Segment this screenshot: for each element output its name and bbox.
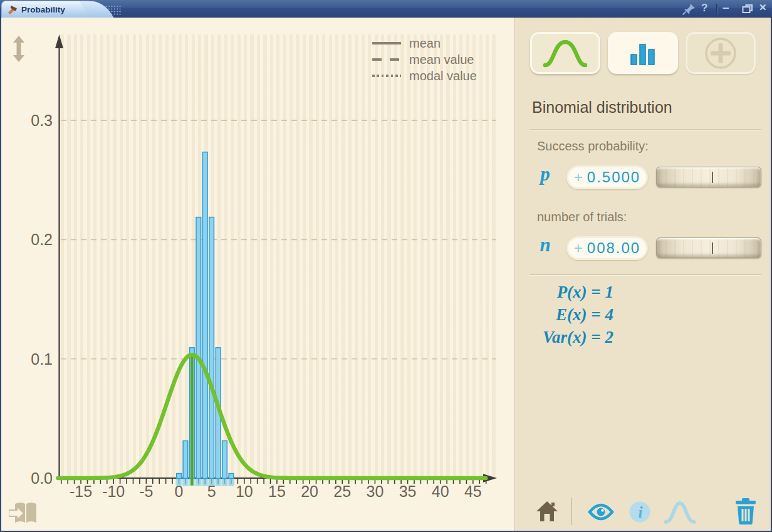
x-tick-label: -15: [70, 482, 92, 500]
n-thumbwheel[interactable]: [656, 237, 761, 258]
bar: [196, 217, 201, 479]
bar-base: [216, 479, 221, 486]
restore-button[interactable]: [742, 4, 753, 14]
bar-base: [183, 479, 188, 486]
open-book-button[interactable]: [9, 500, 40, 526]
dashed-line-icon: [372, 58, 401, 61]
probability-total: P(x) = 1: [526, 281, 613, 303]
bar-base: [177, 479, 182, 486]
dotted-line-icon: [372, 75, 401, 77]
legend-label: modal value: [409, 69, 477, 83]
p-value-field[interactable]: +0.5000: [566, 165, 648, 189]
y-tick-label: 0.0: [31, 469, 53, 487]
legend-label: mean: [409, 36, 441, 51]
eye-icon: [590, 505, 612, 519]
bell-curve-icon: [540, 39, 590, 68]
add-distribution-button[interactable]: [686, 32, 756, 74]
legend-row-mean-value: mean value: [372, 51, 477, 68]
trash-icon: [736, 498, 756, 524]
n-symbol: n: [535, 234, 556, 256]
bar: [177, 474, 182, 479]
y-tick-label: 0.1: [31, 350, 53, 368]
y-tick-label: 0.2: [31, 231, 53, 248]
plus-sign: +: [574, 239, 583, 257]
p-value: 0.5000: [587, 169, 640, 186]
legend-row-mean: mean: [372, 35, 477, 51]
hammer-icon: [7, 4, 18, 15]
book-icon: [9, 503, 36, 523]
x-tick-label: 15: [268, 482, 286, 500]
bar-chart-icon: [629, 41, 657, 65]
close-button[interactable]: ✕: [759, 2, 767, 13]
bar-base: [222, 479, 227, 486]
plus-circle-icon: [702, 36, 739, 71]
pin-button[interactable]: [682, 3, 697, 16]
separator: [529, 129, 761, 130]
distribution-curve-button[interactable]: [663, 499, 697, 525]
home-icon: [536, 501, 558, 521]
x-tick-label: -5: [139, 482, 153, 500]
info-button[interactable]: i: [628, 500, 652, 524]
legend-row-modal-value: modal value: [372, 68, 477, 84]
svg-text:i: i: [638, 503, 643, 521]
expected-value: E(x) = 4: [526, 303, 613, 326]
show-hide-button[interactable]: [587, 501, 615, 523]
success-probability-label: Success probability:: [537, 139, 649, 154]
y-tick-label: 0.3: [31, 112, 53, 129]
vertical-pan-button[interactable]: [12, 36, 26, 62]
p-thumbwheel[interactable]: [656, 167, 761, 187]
separator: [529, 274, 761, 275]
solid-line-icon: [372, 42, 401, 44]
bar: [222, 441, 227, 478]
bar-base: [229, 479, 234, 486]
x-tick-label: 20: [301, 482, 318, 500]
tab-binomial-distribution[interactable]: [608, 32, 678, 74]
wheel-marker: [712, 243, 714, 254]
normal-curve: [58, 355, 486, 478]
bar-base: [209, 479, 214, 486]
app-tab[interactable]: Probability: [1, 1, 95, 18]
titlebar[interactable]: Probability ? – ✕: [0, 0, 772, 18]
wheel-marker: [712, 172, 714, 183]
x-tick-label: 35: [399, 482, 417, 500]
up-down-arrow-icon: [13, 36, 24, 62]
n-value: 008.00: [587, 239, 640, 257]
x-tick-label: 25: [333, 482, 351, 500]
x-tick-label: 10: [236, 482, 253, 500]
titlebar-divider: [716, 4, 717, 14]
bar: [183, 441, 188, 478]
n-value-field[interactable]: +008.00: [566, 236, 648, 260]
delete-button[interactable]: [734, 498, 758, 525]
probability-app-window: -15-10-50510152025303540450.00.10.20.3 m…: [0, 0, 772, 532]
bar-base: [196, 479, 201, 486]
app-title: Probability: [21, 5, 65, 14]
restore-icon: [743, 5, 753, 13]
page-title: Binomial distribution: [532, 98, 672, 117]
pin-icon: [683, 4, 696, 15]
help-button[interactable]: ?: [701, 2, 707, 14]
info-icon: i: [630, 502, 650, 523]
x-tick-label: -10: [102, 482, 125, 500]
home-button[interactable]: [535, 499, 559, 523]
tab-normal-distribution[interactable]: [530, 32, 600, 74]
window-border-left: [0, 18, 1, 532]
x-tick-label: 40: [432, 482, 449, 500]
chart-legend: mean mean value modal value: [372, 35, 477, 84]
variance-value: Var(x) = 2: [526, 326, 613, 348]
settings-panel: Binomial distribution Success probabilit…: [514, 18, 772, 532]
number-of-trials-label: number of trials:: [537, 210, 627, 224]
plus-sign: +: [574, 169, 583, 186]
toolbar-divider: [571, 498, 572, 525]
x-tick-label: 45: [464, 482, 482, 500]
bar: [229, 474, 234, 479]
bar: [209, 217, 214, 479]
bar-base: [202, 479, 207, 486]
legend-label: mean value: [409, 53, 474, 67]
bar: [202, 152, 207, 479]
statistics-block: P(x) = 1 E(x) = 4 Var(x) = 2: [526, 281, 613, 348]
minimize-button[interactable]: –: [722, 1, 729, 14]
y-axis-arrow-icon: [55, 34, 63, 48]
x-tick-label: 30: [366, 482, 383, 500]
curve-icon: [665, 503, 694, 522]
p-symbol: p: [535, 163, 556, 185]
